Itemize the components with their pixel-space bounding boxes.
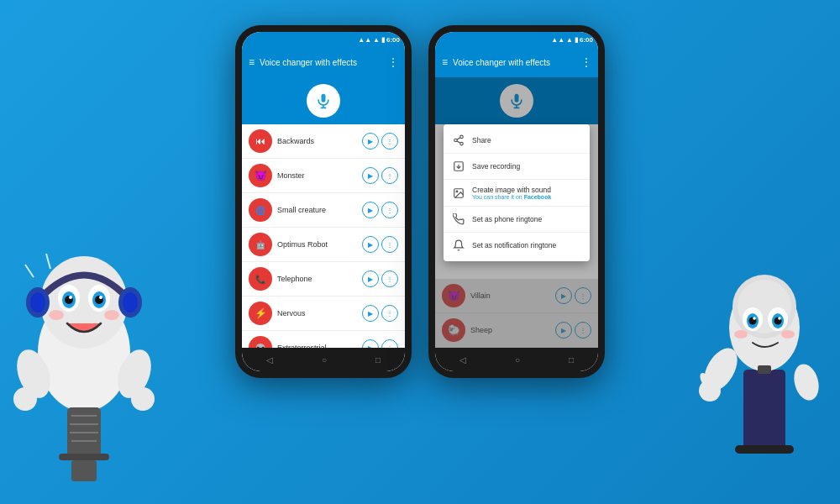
battery-icon: ▮ (381, 36, 385, 44)
play-button[interactable]: ▶ (362, 202, 379, 218)
svg-point-42 (734, 330, 748, 339)
play-button[interactable]: ▶ (362, 236, 379, 253)
svg-rect-49 (322, 94, 326, 102)
home-button-2[interactable]: ○ (515, 355, 520, 365)
hamburger-icon[interactable]: ≡ (249, 56, 255, 68)
effect-icon-telephone: 📞 (249, 267, 272, 291)
context-label-share: Share (472, 136, 491, 144)
context-item-share[interactable]: Share (444, 128, 590, 154)
play-button[interactable]: ▶ (362, 133, 379, 150)
context-sub-image: You can share it on Facebook (472, 194, 551, 200)
wifi-icon: ▲ (373, 36, 380, 44)
svg-point-57 (460, 142, 464, 145)
list-item[interactable]: 🤖 Optimus Robot ▶ ⋮ (242, 228, 405, 262)
svg-point-43 (781, 330, 795, 339)
more-icon[interactable]: ⋮ (388, 56, 398, 68)
mascot-left (8, 218, 160, 487)
phone-2-screen: ▲▲ ▲ ▮ 6:00 ≡ Voice changer with effects… (435, 32, 598, 371)
effect-name-backwards: Backwards (277, 137, 357, 145)
svg-point-1 (40, 256, 128, 349)
back-button-2[interactable]: ◁ (459, 355, 466, 365)
back-button[interactable]: ◁ (266, 355, 273, 365)
svg-point-13 (99, 296, 102, 299)
phones-container: ▲▲ ▲ ▮ 6:00 ≡ Voice changer with effects… (235, 25, 605, 378)
context-label-notification: Set as notification ringtone (472, 241, 556, 249)
svg-point-21 (131, 387, 155, 411)
svg-point-14 (49, 310, 64, 320)
play-button[interactable]: ▶ (362, 305, 379, 322)
effect-actions: ▶ ⋮ (362, 202, 398, 218)
svg-line-58 (457, 141, 460, 143)
effect-icon-monster: 😈 (249, 164, 272, 187)
list-item[interactable]: 🌀 Small creature ▶ ⋮ (242, 193, 405, 228)
effect-name-nervous: Nervous (277, 309, 357, 318)
svg-rect-24 (71, 460, 97, 481)
more-button[interactable]: ⋮ (381, 305, 398, 322)
context-menu: Share Save recording (444, 124, 590, 261)
svg-point-55 (460, 135, 464, 139)
effect-icon-nervous: ⚡ (249, 302, 272, 325)
context-label-image: Create image with sound (472, 186, 551, 194)
more-button[interactable]: ⋮ (381, 270, 398, 287)
more-button[interactable]: ⋮ (381, 236, 398, 253)
effect-actions: ▶ ⋮ (362, 133, 398, 150)
play-button[interactable]: ▶ (362, 339, 379, 348)
context-item-image[interactable]: Create image with sound You can share it… (444, 180, 590, 207)
svg-point-15 (104, 310, 119, 320)
context-item-save[interactable]: Save recording (444, 154, 590, 180)
hamburger-icon-2[interactable]: ≡ (442, 56, 448, 68)
effect-actions: ▶ ⋮ (362, 236, 398, 253)
save-icon (452, 160, 465, 173)
effect-name-small-creature: Small creature (277, 206, 357, 214)
svg-rect-23 (59, 454, 109, 460)
play-button[interactable]: ▶ (362, 270, 379, 287)
effect-name-monster: Monster (277, 171, 357, 180)
phone-2-nav-bar: ◁ ○ □ (435, 348, 598, 371)
more-button[interactable]: ⋮ (381, 202, 398, 218)
svg-point-40 (753, 317, 756, 320)
phone-1-mic-area (242, 77, 405, 124)
app-title-2: Voice changer with effects (453, 58, 576, 67)
svg-rect-30 (735, 445, 794, 454)
svg-point-41 (778, 317, 781, 320)
phone-ringtone-icon (452, 213, 465, 226)
mic-button[interactable] (307, 84, 340, 118)
phone-1-status-bar: ▲▲ ▲ ▮ 6:00 (242, 32, 405, 47)
effect-icon-backwards: ⏮ (249, 129, 272, 153)
list-item[interactable]: ⏮ Backwards ▶ ⋮ (242, 124, 405, 159)
context-item-notification[interactable]: Set as notification ringtone (444, 233, 590, 258)
context-item-ringtone[interactable]: Set as phone ringtone (444, 207, 590, 233)
effect-actions: ▶ ⋮ (362, 305, 398, 322)
svg-line-59 (457, 138, 460, 139)
svg-point-20 (13, 387, 37, 411)
svg-line-17 (46, 254, 50, 269)
list-item[interactable]: 😈 Monster ▶ ⋮ (242, 159, 405, 193)
phone-1-effect-list: ⏮ Backwards ▶ ⋮ 😈 Monster ▶ ⋮ (242, 124, 405, 348)
app-title: Voice changer with effects (260, 58, 383, 67)
list-item[interactable]: 👽 Extraterrestrial ▶ ⋮ (242, 331, 405, 348)
effect-actions: ▶ ⋮ (362, 167, 398, 184)
recent-button[interactable]: □ (375, 355, 381, 365)
recent-button-2[interactable]: □ (569, 355, 574, 365)
play-button[interactable]: ▶ (362, 167, 379, 184)
svg-point-63 (456, 191, 458, 192)
phone-2: ▲▲ ▲ ▮ 6:00 ≡ Voice changer with effects… (428, 25, 605, 378)
more-button[interactable]: ⋮ (381, 167, 398, 184)
bell-icon (452, 239, 465, 252)
phone-1-app-bar: ≡ Voice changer with effects ⋮ (242, 47, 405, 77)
more-button[interactable]: ⋮ (381, 339, 398, 348)
time-display: 6:00 (386, 36, 400, 44)
status-icons-2: ▲▲ ▲ ▮ 6:00 (551, 36, 593, 44)
home-button[interactable]: ○ (322, 355, 327, 365)
more-icon-2[interactable]: ⋮ (581, 56, 591, 68)
context-label-save: Save recording (472, 162, 520, 171)
list-item[interactable]: 📞 Telephone ▶ ⋮ (242, 262, 405, 297)
svg-point-56 (454, 139, 458, 142)
effect-icon-extra: 👽 (249, 336, 272, 348)
list-item[interactable]: ⚡ Nervous ▶ ⋮ (242, 297, 405, 331)
more-button[interactable]: ⋮ (381, 133, 398, 150)
phone-2-status-bar: ▲▲ ▲ ▮ 6:00 (435, 32, 598, 47)
context-label-ringtone: Set as phone ringtone (472, 215, 542, 223)
phone-1-screen: ▲▲ ▲ ▮ 6:00 ≡ Voice changer with effects… (242, 32, 405, 371)
effect-icon-small-creature: 🌀 (249, 198, 272, 222)
